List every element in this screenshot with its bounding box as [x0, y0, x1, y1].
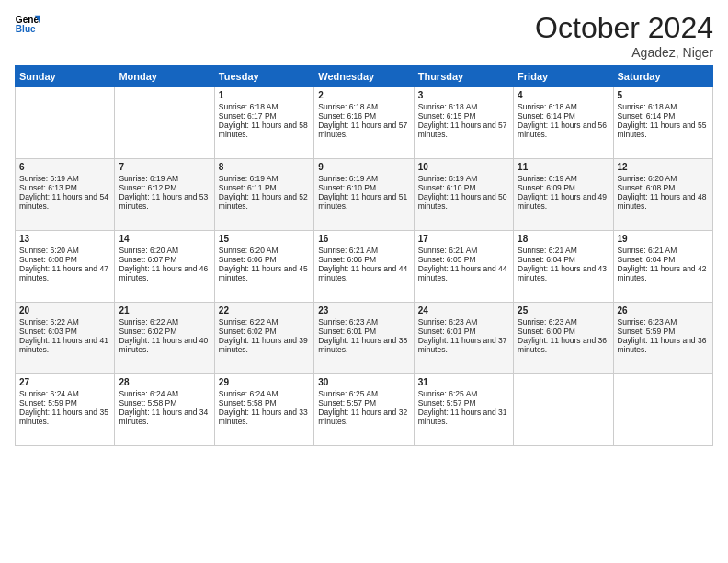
- calendar-cell: 18 Sunrise: 6:21 AM Sunset: 6:04 PM Dayl…: [514, 231, 613, 303]
- day-number: 4: [518, 90, 609, 100]
- calendar-week-0: 1 Sunrise: 6:18 AM Sunset: 6:17 PM Dayli…: [16, 87, 713, 159]
- day-number: 25: [518, 305, 609, 316]
- daylight-text: Daylight: 11 hours and 47 minutes.: [19, 264, 108, 282]
- calendar-cell: 10 Sunrise: 6:19 AM Sunset: 6:10 PM Dayl…: [414, 159, 513, 231]
- calendar-cell: 4 Sunrise: 6:18 AM Sunset: 6:14 PM Dayli…: [514, 87, 613, 159]
- sunrise-text: Sunrise: 6:20 AM: [19, 246, 79, 255]
- sunrise-text: Sunrise: 6:21 AM: [318, 246, 378, 255]
- daylight-text: Daylight: 11 hours and 55 minutes.: [618, 121, 707, 139]
- calendar-cell: 26 Sunrise: 6:23 AM Sunset: 5:59 PM Dayl…: [613, 303, 712, 374]
- daylight-text: Daylight: 11 hours and 58 minutes.: [219, 121, 308, 139]
- sunset-text: Sunset: 6:01 PM: [318, 327, 376, 336]
- header: General Blue October 2024 Agadez, Niger: [15, 11, 713, 60]
- sunset-text: Sunset: 6:12 PM: [119, 183, 176, 192]
- sunrise-text: Sunrise: 6:20 AM: [618, 174, 677, 183]
- calendar-week-4: 27 Sunrise: 6:24 AM Sunset: 5:59 PM Dayl…: [16, 374, 713, 446]
- day-number: 24: [418, 305, 509, 316]
- day-number: 28: [119, 377, 210, 387]
- sunset-text: Sunset: 6:04 PM: [618, 255, 676, 264]
- calendar-cell: 11 Sunrise: 6:19 AM Sunset: 6:09 PM Dayl…: [514, 159, 613, 231]
- title-block: October 2024 Agadez, Niger: [535, 11, 713, 60]
- day-number: 23: [318, 305, 409, 316]
- sunset-text: Sunset: 6:06 PM: [318, 255, 376, 264]
- svg-text:Blue: Blue: [16, 24, 36, 34]
- sunrise-text: Sunrise: 6:19 AM: [418, 174, 478, 183]
- calendar-cell: 13 Sunrise: 6:20 AM Sunset: 6:08 PM Dayl…: [16, 231, 115, 303]
- sunset-text: Sunset: 6:02 PM: [219, 327, 277, 336]
- sunset-text: Sunset: 6:17 PM: [219, 111, 277, 121]
- col-sunday: Sunday: [16, 66, 115, 87]
- sunrise-text: Sunrise: 6:24 AM: [219, 389, 279, 398]
- sunset-text: Sunset: 5:58 PM: [219, 398, 277, 408]
- sunset-text: Sunset: 5:59 PM: [19, 398, 77, 408]
- day-number: 18: [518, 234, 609, 244]
- day-number: 27: [19, 377, 110, 387]
- daylight-text: Daylight: 11 hours and 31 minutes.: [418, 408, 507, 426]
- sunrise-text: Sunrise: 6:19 AM: [318, 174, 378, 183]
- calendar-cell: 19 Sunrise: 6:21 AM Sunset: 6:04 PM Dayl…: [613, 231, 712, 303]
- calendar-cell: 24 Sunrise: 6:23 AM Sunset: 6:01 PM Dayl…: [414, 303, 513, 374]
- daylight-text: Daylight: 11 hours and 51 minutes.: [318, 192, 407, 211]
- calendar-cell: 25 Sunrise: 6:23 AM Sunset: 6:00 PM Dayl…: [514, 303, 613, 374]
- calendar-cell: 29 Sunrise: 6:24 AM Sunset: 5:58 PM Dayl…: [214, 374, 313, 446]
- calendar-cell: 6 Sunrise: 6:19 AM Sunset: 6:13 PM Dayli…: [16, 159, 115, 231]
- sunrise-text: Sunrise: 6:22 AM: [19, 317, 79, 327]
- day-number: 31: [418, 377, 509, 387]
- calendar-cell: [514, 374, 613, 446]
- calendar-cell: [115, 87, 214, 159]
- col-friday: Friday: [514, 66, 613, 87]
- daylight-text: Daylight: 11 hours and 36 minutes.: [518, 336, 607, 354]
- daylight-text: Daylight: 11 hours and 48 minutes.: [618, 192, 707, 211]
- day-number: 2: [318, 90, 409, 100]
- daylight-text: Daylight: 11 hours and 54 minutes.: [19, 192, 108, 211]
- daylight-text: Daylight: 11 hours and 35 minutes.: [19, 408, 108, 426]
- sunrise-text: Sunrise: 6:19 AM: [518, 174, 577, 183]
- calendar-cell: 30 Sunrise: 6:25 AM Sunset: 5:57 PM Dayl…: [314, 374, 414, 446]
- calendar-cell: 16 Sunrise: 6:21 AM Sunset: 6:06 PM Dayl…: [314, 231, 414, 303]
- day-number: 21: [119, 305, 210, 316]
- calendar-cell: 2 Sunrise: 6:18 AM Sunset: 6:16 PM Dayli…: [314, 87, 414, 159]
- sunrise-text: Sunrise: 6:20 AM: [119, 246, 178, 255]
- col-tuesday: Tuesday: [214, 66, 313, 87]
- daylight-text: Daylight: 11 hours and 44 minutes.: [318, 264, 407, 282]
- sunrise-text: Sunrise: 6:21 AM: [518, 246, 577, 255]
- day-number: 6: [19, 162, 110, 172]
- sunrise-text: Sunrise: 6:19 AM: [119, 174, 178, 183]
- sunset-text: Sunset: 6:08 PM: [618, 183, 676, 192]
- sunset-text: Sunset: 6:09 PM: [518, 183, 575, 192]
- daylight-text: Daylight: 11 hours and 32 minutes.: [318, 408, 407, 426]
- month-title: October 2024: [535, 11, 713, 45]
- sunset-text: Sunset: 6:10 PM: [318, 183, 376, 192]
- day-number: 12: [618, 162, 709, 172]
- calendar-cell: 27 Sunrise: 6:24 AM Sunset: 5:59 PM Dayl…: [16, 374, 115, 446]
- sunrise-text: Sunrise: 6:24 AM: [119, 389, 178, 398]
- sunset-text: Sunset: 5:59 PM: [618, 327, 676, 336]
- calendar-cell: 28 Sunrise: 6:24 AM Sunset: 5:58 PM Dayl…: [115, 374, 214, 446]
- daylight-text: Daylight: 11 hours and 46 minutes.: [119, 264, 208, 282]
- sunset-text: Sunset: 6:05 PM: [418, 255, 476, 264]
- daylight-text: Daylight: 11 hours and 57 minutes.: [318, 121, 407, 139]
- daylight-text: Daylight: 11 hours and 41 minutes.: [19, 336, 108, 354]
- sunset-text: Sunset: 6:02 PM: [119, 327, 176, 336]
- sunrise-text: Sunrise: 6:23 AM: [418, 317, 478, 327]
- calendar-cell: 8 Sunrise: 6:19 AM Sunset: 6:11 PM Dayli…: [214, 159, 313, 231]
- day-number: 13: [19, 234, 110, 244]
- daylight-text: Daylight: 11 hours and 43 minutes.: [518, 264, 607, 282]
- calendar-cell: 9 Sunrise: 6:19 AM Sunset: 6:10 PM Dayli…: [314, 159, 414, 231]
- col-saturday: Saturday: [613, 66, 712, 87]
- calendar-cell: 21 Sunrise: 6:22 AM Sunset: 6:02 PM Dayl…: [115, 303, 214, 374]
- sunrise-text: Sunrise: 6:21 AM: [418, 246, 478, 255]
- sunset-text: Sunset: 6:08 PM: [19, 255, 77, 264]
- day-number: 20: [19, 305, 110, 316]
- daylight-text: Daylight: 11 hours and 34 minutes.: [119, 408, 208, 426]
- logo-icon: General Blue: [15, 11, 40, 37]
- sunset-text: Sunset: 6:03 PM: [19, 327, 77, 336]
- day-number: 17: [418, 234, 509, 244]
- daylight-text: Daylight: 11 hours and 36 minutes.: [618, 336, 707, 354]
- sunrise-text: Sunrise: 6:24 AM: [19, 389, 79, 398]
- day-number: 29: [219, 377, 310, 387]
- day-number: 26: [618, 305, 709, 316]
- calendar-cell: 7 Sunrise: 6:19 AM Sunset: 6:12 PM Dayli…: [115, 159, 214, 231]
- calendar-week-2: 13 Sunrise: 6:20 AM Sunset: 6:08 PM Dayl…: [16, 231, 713, 303]
- sunrise-text: Sunrise: 6:23 AM: [618, 317, 677, 327]
